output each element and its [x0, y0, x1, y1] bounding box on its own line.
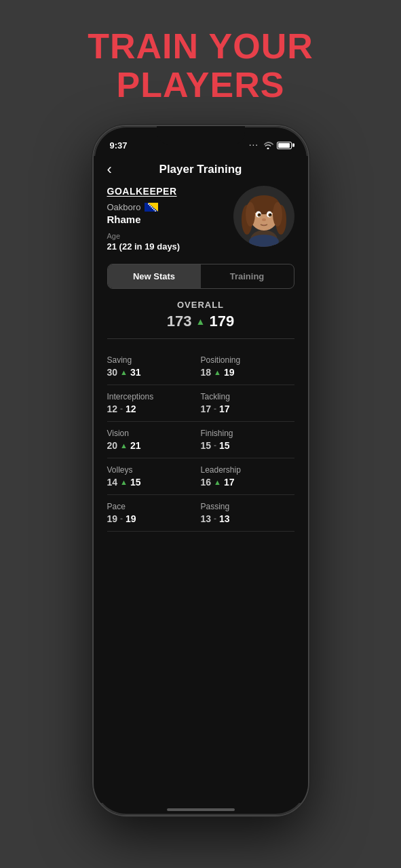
stat-dash: - — [214, 514, 216, 524]
stat-dash: - — [214, 441, 216, 450]
avatar-illustration — [233, 186, 294, 247]
screen-title: Player Training — [159, 163, 242, 176]
stat-values: 19 - 19 — [107, 513, 201, 524]
overall-arrow: ▲ — [196, 316, 206, 327]
age-value: 21 (22 in 19 days) — [107, 241, 233, 252]
flag-icon — [145, 203, 158, 212]
stat-arrow-icon: ▲ — [120, 441, 128, 450]
stat-old-value: 13 — [201, 513, 212, 524]
phone-frame: 9:37 ··· ‹ Player Training GOALKEEPER — [92, 125, 309, 816]
stat-dash: - — [120, 404, 123, 414]
svg-point-14 — [246, 202, 255, 226]
stat-old-value: 15 — [201, 440, 212, 451]
phone-notch — [157, 126, 245, 145]
svg-point-19 — [268, 214, 271, 217]
stat-old-value: 20 — [107, 440, 118, 451]
svg-point-4 — [151, 206, 152, 208]
status-icons: ··· — [249, 141, 291, 149]
stat-dash: - — [120, 514, 123, 524]
overall-section: OVERALL 173 ▲ 179 — [107, 300, 294, 339]
status-time: 9:37 — [110, 140, 128, 151]
home-indicator — [167, 808, 235, 811]
player-info: GOALKEEPER Oakboro — [107, 186, 233, 252]
stat-old-value: 19 — [107, 513, 118, 524]
stat-name: Tackling — [201, 392, 294, 401]
headline-line2: PLAYERS — [88, 66, 313, 104]
stat-new-value: 15 — [219, 440, 230, 451]
player-section: GOALKEEPER Oakboro — [107, 186, 294, 252]
svg-point-15 — [273, 202, 282, 226]
svg-point-21 — [270, 214, 271, 215]
stat-item-leadership: Leadership16▲17 — [201, 458, 294, 495]
stat-name: Saving — [107, 355, 201, 365]
stat-item-vision: Vision20▲21 — [107, 422, 201, 458]
app-screen[interactable]: ‹ Player Training GOALKEEPER Oakboro — [94, 156, 308, 803]
overall-values: 173 ▲ 179 — [107, 313, 294, 330]
stat-values: 15 - 15 — [201, 440, 294, 451]
stat-item-interceptions: Interceptions12 - 12 — [107, 385, 201, 422]
player-name: Rhame — [107, 214, 233, 225]
overall-label: OVERALL — [107, 300, 294, 310]
tab-bar: New Stats Training — [107, 264, 294, 289]
stat-item-pace: Pace19 - 19 — [107, 495, 201, 532]
stat-new-value: 12 — [126, 403, 136, 414]
tab-training[interactable]: Training — [201, 264, 294, 288]
svg-point-3 — [149, 205, 151, 206]
stat-item-passing: Passing13 - 13 — [201, 495, 294, 532]
svg-point-5 — [152, 208, 153, 209]
tab-new-stats[interactable]: New Stats — [108, 264, 201, 288]
team-name: Oakboro — [107, 202, 141, 212]
wifi-icon — [263, 141, 273, 149]
overall-new: 179 — [209, 313, 234, 330]
stat-item-finishing: Finishing15 - 15 — [201, 422, 294, 458]
stat-values: 17 - 17 — [201, 403, 294, 414]
stat-old-value: 30 — [107, 367, 118, 378]
stat-values: 20▲21 — [107, 440, 201, 451]
stat-arrow-icon: ▲ — [214, 368, 221, 376]
stat-old-value: 14 — [107, 477, 118, 488]
svg-point-2 — [148, 203, 149, 205]
stat-old-value: 17 — [201, 403, 212, 414]
svg-point-22 — [262, 218, 266, 221]
position-label: GOALKEEPER — [107, 186, 233, 197]
team-row: Oakboro — [107, 202, 233, 212]
svg-point-18 — [257, 214, 261, 217]
svg-point-7 — [155, 210, 156, 212]
stat-item-positioning: Positioning18▲19 — [201, 349, 294, 385]
stat-new-value: 21 — [130, 440, 141, 451]
stat-name: Passing — [201, 502, 294, 511]
age-label: Age — [107, 232, 233, 240]
stat-name: Finishing — [201, 429, 294, 438]
stat-values: 16▲17 — [201, 477, 294, 488]
stat-new-value: 19 — [224, 367, 235, 378]
stat-name: Vision — [107, 429, 201, 438]
stat-new-value: 13 — [219, 513, 230, 524]
stat-new-value: 31 — [130, 367, 141, 378]
signal-dots: ··· — [249, 142, 259, 149]
stat-dash: - — [214, 404, 216, 414]
stat-values: 12 - 12 — [107, 403, 201, 414]
stat-new-value: 19 — [126, 513, 136, 524]
stat-new-value: 17 — [219, 403, 230, 414]
stat-name: Leadership — [201, 465, 294, 475]
stat-old-value: 12 — [107, 403, 118, 414]
overall-old: 173 — [167, 313, 192, 330]
stat-values: 14▲15 — [107, 477, 201, 488]
stats-grid: Saving30▲31Positioning18▲19Interceptions… — [107, 349, 294, 532]
nav-header: ‹ Player Training — [107, 156, 294, 186]
stat-item-tackling: Tackling17 - 17 — [201, 385, 294, 422]
stat-values: 30▲31 — [107, 367, 201, 378]
stat-arrow-icon: ▲ — [120, 478, 128, 486]
stat-values: 13 - 13 — [201, 513, 294, 524]
stat-arrow-icon: ▲ — [120, 368, 128, 376]
battery-icon — [277, 142, 292, 149]
stat-new-value: 17 — [224, 477, 235, 488]
stat-item-volleys: Volleys14▲15 — [107, 458, 201, 495]
stat-name: Volleys — [107, 465, 201, 475]
player-avatar — [233, 186, 294, 247]
stat-name: Pace — [107, 502, 201, 511]
stat-name: Positioning — [201, 355, 294, 365]
back-button[interactable]: ‹ — [107, 161, 112, 178]
svg-point-6 — [153, 209, 155, 210]
stat-values: 18▲19 — [201, 367, 294, 378]
